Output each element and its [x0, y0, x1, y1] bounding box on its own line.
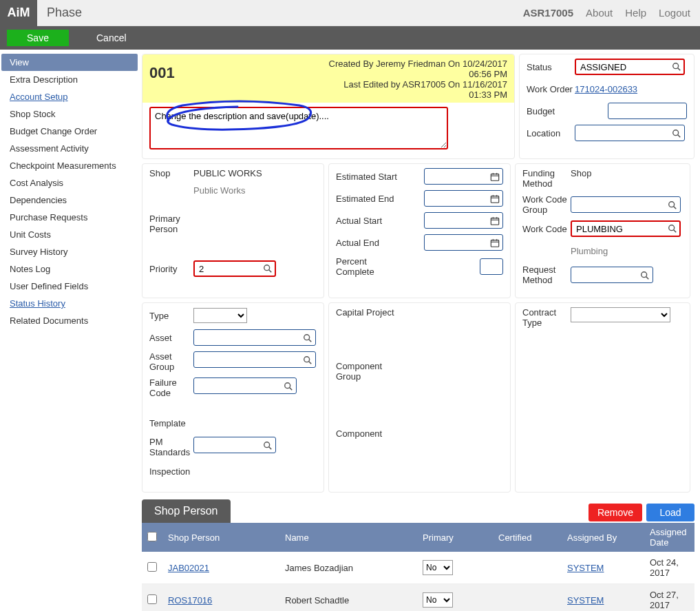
calendar-icon[interactable]: [490, 215, 500, 226]
sidebar-item[interactable]: Survey History: [1, 243, 138, 260]
priority-lookup[interactable]: [193, 260, 276, 277]
shop-person-link[interactable]: ROS17016: [168, 595, 212, 605]
wc-input[interactable]: [571, 220, 681, 237]
sidebar-item[interactable]: Related Documents: [1, 312, 138, 329]
budget-input[interactable]: [608, 103, 687, 119]
failure-input[interactable]: [193, 377, 297, 394]
calendar-icon[interactable]: [490, 171, 500, 182]
failure-lookup[interactable]: [193, 377, 297, 394]
pct-complete-input[interactable]: [480, 258, 503, 275]
search-icon[interactable]: [303, 354, 312, 365]
wc-label: Work Code: [522, 224, 571, 234]
req-method-lookup[interactable]: [571, 267, 653, 283]
table-row: ROS17016Robert SchadtleNoSYSTEMOct 27, 2…: [142, 584, 694, 612]
search-icon[interactable]: [668, 222, 677, 234]
row-checkbox[interactable]: [147, 562, 157, 572]
description-input[interactable]: [149, 107, 448, 149]
sidebar-item[interactable]: Dependencies: [1, 191, 138, 209]
contract-panel: Contract Type: [515, 302, 690, 493]
primary-select[interactable]: No: [423, 592, 453, 608]
inspection-label: Inspection: [149, 466, 193, 477]
save-button[interactable]: Save: [7, 30, 69, 46]
budget-label: Budget: [527, 106, 575, 116]
sidebar-view-header[interactable]: View: [1, 54, 138, 71]
sidebar-item[interactable]: Checkpoint Measurements: [1, 157, 138, 174]
primary-select[interactable]: No: [423, 560, 453, 575]
search-icon[interactable]: [303, 332, 312, 343]
asset-group-lookup[interactable]: [193, 351, 316, 368]
wcg-input[interactable]: [571, 196, 681, 213]
remove-button[interactable]: Remove: [588, 504, 642, 521]
about-link[interactable]: About: [586, 7, 613, 19]
current-user[interactable]: ASR17005: [523, 7, 573, 19]
table-row: JAB02021James BozadjianNoSYSTEMOct 24, 2…: [142, 552, 694, 584]
calendar-icon[interactable]: [490, 237, 500, 248]
sidebar-item[interactable]: User Defined Fields: [1, 278, 138, 295]
search-icon[interactable]: [668, 199, 677, 210]
asset-group-input[interactable]: [193, 351, 316, 368]
sidebar-item[interactable]: Shop Stock: [1, 105, 138, 123]
sidebar-item[interactable]: Budget Change Order: [1, 123, 138, 140]
search-icon[interactable]: [672, 127, 681, 138]
sidebar-item[interactable]: Assessment Activity: [1, 140, 138, 157]
shop-sub: Public Works: [193, 185, 262, 196]
sidebar-item[interactable]: Unit Costs: [1, 226, 138, 243]
wc-lookup[interactable]: [571, 220, 681, 237]
cancel-button[interactable]: Cancel: [96, 32, 127, 43]
sidebar-item[interactable]: Account Setup: [1, 88, 138, 105]
svg-point-32: [285, 383, 290, 389]
act-end-date[interactable]: [424, 234, 503, 251]
location-lookup[interactable]: [575, 125, 685, 141]
sidebar-item[interactable]: Status History: [1, 295, 138, 312]
location-label: Location: [527, 128, 575, 138]
row-checkbox[interactable]: [147, 594, 157, 604]
est-end-date[interactable]: [424, 190, 503, 207]
primary-person-label: Primary Person: [149, 214, 193, 234]
search-icon[interactable]: [263, 262, 273, 273]
asset-input[interactable]: [193, 329, 316, 346]
col-certified: Certified: [493, 523, 562, 552]
status-input[interactable]: [575, 59, 685, 75]
logo-text-a: Ai: [8, 6, 20, 20]
row-date: Oct 24, 2017: [644, 552, 694, 584]
dates-panel: Estimated Start Estimated End Actual Sta…: [328, 163, 511, 298]
svg-point-34: [264, 442, 270, 448]
load-button[interactable]: Load: [646, 504, 694, 521]
logout-link[interactable]: Logout: [659, 7, 690, 19]
assigned-by-link[interactable]: SYSTEM: [567, 595, 604, 605]
help-link[interactable]: Help: [625, 7, 646, 19]
asset-lookup[interactable]: [193, 329, 316, 346]
act-start-date[interactable]: [424, 212, 503, 229]
search-icon[interactable]: [672, 61, 681, 72]
pm-standards-lookup[interactable]: [193, 437, 276, 453]
status-lookup[interactable]: [575, 59, 685, 75]
assigned-by-link[interactable]: SYSTEM: [567, 563, 604, 573]
svg-line-3: [678, 135, 681, 138]
shop-person-section: Shop Person Remove Load Shop Person Name…: [142, 499, 694, 611]
type-select[interactable]: [193, 308, 247, 323]
sidebar-item[interactable]: Cost Analysis: [1, 174, 138, 191]
svg-line-23: [674, 207, 677, 209]
shop-person-link[interactable]: JAB02021: [168, 563, 209, 573]
status-label: Status: [527, 62, 575, 72]
wcg-lookup[interactable]: [571, 196, 681, 213]
search-icon[interactable]: [284, 380, 293, 391]
shop-person-tab: Shop Person: [142, 499, 231, 523]
sidebar-item[interactable]: Extra Description: [1, 71, 138, 88]
row-name: James Bozadjian: [279, 552, 417, 584]
location-input[interactable]: [575, 125, 685, 141]
calendar-icon[interactable]: [490, 193, 500, 204]
search-icon[interactable]: [640, 269, 650, 280]
svg-line-25: [674, 230, 677, 233]
contract-type-select[interactable]: [571, 307, 670, 322]
est-start-date[interactable]: [424, 168, 503, 185]
search-icon[interactable]: [263, 439, 273, 451]
work-order-link[interactable]: 171024-002633: [575, 84, 637, 94]
sidebar-item[interactable]: Purchase Requests: [1, 209, 138, 226]
sidebar-item[interactable]: Notes Log: [1, 260, 138, 278]
select-all-checkbox[interactable]: [147, 532, 157, 541]
wcg-label: Work Code Group: [522, 194, 571, 215]
top-links: ASR17005 About Help Logout: [523, 7, 690, 19]
svg-point-30: [304, 357, 310, 362]
budget-lookup[interactable]: [608, 103, 687, 119]
